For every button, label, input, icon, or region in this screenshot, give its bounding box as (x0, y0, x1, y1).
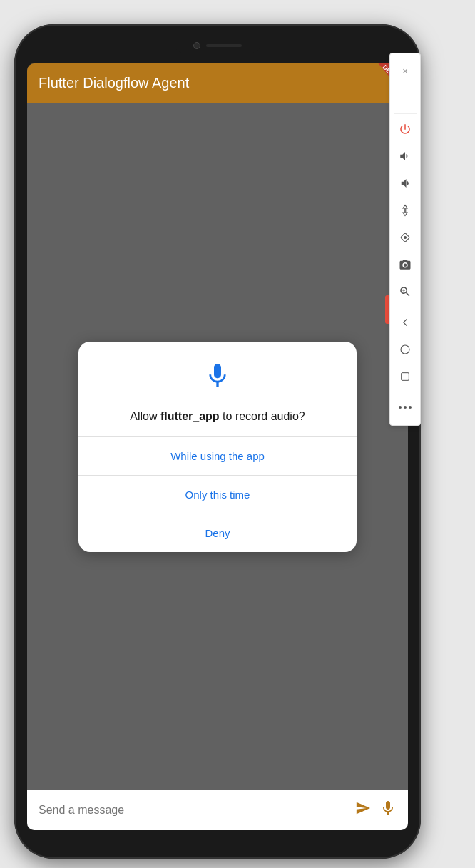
minimize-button[interactable]: − (389, 85, 421, 112)
dialog-actions: While using the app Only this time Deny (78, 436, 357, 552)
message-input[interactable] (39, 804, 347, 817)
mic-bottom-icon[interactable] (379, 800, 397, 821)
svg-point-3 (401, 345, 409, 354)
dialog-message-suffix: to record audio? (220, 410, 305, 422)
svg-point-7 (409, 406, 412, 409)
svg-point-1 (404, 236, 407, 238)
volume-down-toolbar-button[interactable] (389, 170, 421, 197)
speaker-bar (206, 44, 242, 47)
svg-point-6 (404, 406, 407, 409)
app-title: Flutter Dialogflow Agent (39, 75, 189, 91)
dialog-message-plain: Allow (130, 410, 160, 422)
home-button[interactable] (389, 336, 421, 363)
send-icon[interactable] (355, 800, 371, 820)
rotate2-button[interactable] (389, 224, 421, 251)
bottom-bar (27, 790, 408, 830)
rotate1-button[interactable] (389, 197, 421, 224)
zoom-button[interactable] (389, 278, 421, 305)
while-using-button[interactable]: While using the app (78, 437, 357, 475)
deny-button[interactable]: Deny (78, 514, 357, 552)
permission-dialog: Allow flutter_app to record audio? While… (78, 342, 357, 552)
toolbar-divider-mid (394, 307, 417, 307)
back-button[interactable] (389, 309, 421, 336)
overview-button[interactable] (389, 363, 421, 390)
phone-container: Flutter Dialogflow Agent DEBUG (14, 24, 421, 859)
power-toolbar-button[interactable] (389, 116, 421, 143)
close-button[interactable]: × (389, 58, 421, 85)
only-this-time-button[interactable]: Only this time (78, 476, 357, 514)
svg-point-2 (404, 263, 407, 267)
toolbar-divider-bottom (394, 392, 417, 392)
phone-screen: Flutter Dialogflow Agent DEBUG (27, 63, 408, 830)
more-button[interactable] (389, 394, 421, 421)
svg-point-5 (399, 406, 402, 409)
screenshot-button[interactable] (389, 251, 421, 278)
toolbar-divider-top (394, 113, 417, 114)
dialog-body: Allow flutter_app to record audio? (78, 342, 357, 431)
dialog-app-name: flutter_app (160, 410, 220, 422)
microphone-icon (203, 362, 232, 397)
main-content: Allow flutter_app to record audio? While… (27, 103, 408, 790)
side-toolbar: × − (389, 53, 421, 426)
app-bar: Flutter Dialogflow Agent DEBUG (27, 63, 408, 103)
volume-up-toolbar-button[interactable] (389, 143, 421, 170)
svg-rect-4 (402, 372, 409, 380)
phone-notch (175, 39, 260, 53)
camera-dot (193, 42, 200, 49)
dialog-message: Allow flutter_app to record audio? (130, 408, 305, 425)
